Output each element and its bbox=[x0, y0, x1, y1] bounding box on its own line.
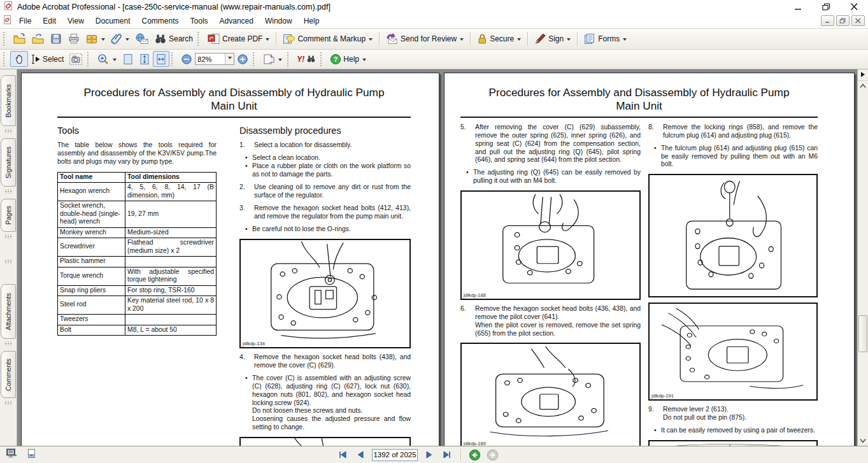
send-review-button[interactable]: Send for Review bbox=[383, 31, 467, 46]
toolbar-grip[interactable] bbox=[287, 52, 291, 66]
sidebar-tab-attachments[interactable]: Attachments bbox=[1, 284, 16, 339]
bullet-marker: • bbox=[654, 427, 661, 435]
actual-size-button[interactable] bbox=[120, 51, 136, 67]
magnifier-icon bbox=[97, 53, 110, 66]
secure-button[interactable]: Secure bbox=[474, 31, 524, 46]
zoom-level-dropdown[interactable] bbox=[225, 53, 234, 64]
scrollbar-track[interactable] bbox=[858, 91, 868, 436]
toolbar-grip[interactable] bbox=[253, 52, 257, 66]
document-area[interactable]: Procedures for Assembly and Disassembly … bbox=[17, 69, 857, 446]
pdf-page-left: Procedures for Assembly and Disassembly … bbox=[21, 73, 439, 446]
toolbar-grip[interactable] bbox=[3, 52, 7, 66]
pen-icon bbox=[534, 32, 546, 45]
reading-mode-icon[interactable] bbox=[6, 448, 17, 461]
tool-dimensions-cell: M8, L = about 50 bbox=[125, 325, 217, 336]
sidebar-tab-label: Bookmarks bbox=[4, 84, 12, 118]
previous-page-button[interactable] bbox=[354, 448, 367, 461]
bullet-marker: • bbox=[654, 145, 661, 169]
page-display-button[interactable] bbox=[260, 51, 285, 67]
restore-button[interactable] bbox=[821, 2, 831, 12]
table-row: Torque wrenchWith adjustable specified t… bbox=[58, 267, 217, 285]
forms-button[interactable]: Forms bbox=[581, 31, 630, 46]
previous-view-button[interactable] bbox=[468, 448, 481, 461]
menu-tools[interactable]: Tools bbox=[185, 15, 214, 27]
search-button[interactable]: Search bbox=[152, 31, 196, 46]
pdf-document-icon[interactable] bbox=[3, 15, 12, 27]
zoom-tool-button[interactable] bbox=[94, 51, 120, 67]
select-tool-button[interactable]: Select bbox=[28, 51, 66, 67]
scrollbar-thumb[interactable] bbox=[858, 315, 867, 352]
zoom-out-button[interactable] bbox=[178, 51, 195, 67]
sign-button[interactable]: Sign bbox=[531, 31, 574, 46]
dropdown-caret bbox=[113, 59, 117, 63]
tool-dimensions-cell: 19, 27 mm bbox=[125, 201, 217, 228]
toolbar-grip[interactable] bbox=[197, 32, 201, 46]
doc-close-button[interactable] bbox=[851, 15, 865, 26]
fit-page-button[interactable] bbox=[136, 51, 153, 67]
open-web-button[interactable] bbox=[29, 31, 47, 46]
zoom-level-input[interactable] bbox=[196, 55, 225, 63]
save-button[interactable] bbox=[47, 31, 65, 46]
attach-button[interactable] bbox=[108, 31, 132, 46]
next-view-button[interactable] bbox=[486, 448, 499, 461]
close-button[interactable] bbox=[849, 2, 859, 12]
print-button[interactable] bbox=[65, 31, 83, 46]
yahoo-search-button[interactable]: Y! bbox=[294, 51, 318, 67]
fit-width-button[interactable] bbox=[153, 51, 169, 67]
organizer-button[interactable] bbox=[83, 31, 108, 46]
figure-caption: jdlkdp-134 bbox=[243, 341, 265, 346]
dropdown-caret bbox=[101, 38, 105, 43]
table-row: Plastic hammer bbox=[58, 257, 217, 267]
sidebar-tab-comments[interactable]: Comments bbox=[1, 351, 16, 398]
menu-file[interactable]: File bbox=[13, 15, 37, 27]
zoom-in-button[interactable] bbox=[234, 51, 251, 67]
figure-illustration bbox=[650, 175, 816, 294]
tool-name-cell: Plastic hammer bbox=[58, 257, 125, 267]
next-page-button[interactable] bbox=[423, 448, 436, 461]
doc-minimize-button[interactable] bbox=[821, 15, 834, 26]
step-line: Remove the locking rings (858), and remo… bbox=[663, 124, 818, 140]
snapshot-tool-button[interactable] bbox=[66, 51, 85, 67]
menu-view[interactable]: View bbox=[62, 15, 90, 27]
hide-panel-button[interactable] bbox=[858, 69, 868, 81]
sidebar-tab-bookmarks[interactable]: Bookmarks bbox=[1, 75, 16, 126]
first-page-button[interactable] bbox=[336, 448, 349, 461]
menu-window[interactable]: Window bbox=[259, 15, 298, 27]
tool-dimensions-cell: Medium-sized bbox=[125, 227, 217, 238]
menu-edit[interactable]: Edit bbox=[37, 15, 62, 27]
bullet-text: Be careful not to lose the O-rings. bbox=[252, 225, 411, 234]
toolbar-grip[interactable] bbox=[87, 52, 91, 66]
page-view-icon[interactable] bbox=[27, 448, 36, 461]
scroll-up-button[interactable] bbox=[858, 81, 868, 91]
create-pdf-button[interactable]: Create PDF bbox=[204, 31, 273, 46]
tab-grip bbox=[4, 401, 12, 405]
toolbar-grip[interactable] bbox=[320, 52, 324, 66]
minimize-button[interactable] bbox=[793, 2, 803, 12]
help-button[interactable]: ?Help bbox=[327, 51, 369, 67]
tool-name-cell: Steel rod bbox=[58, 296, 125, 315]
toolbar-grip[interactable] bbox=[3, 32, 7, 46]
send-review-label: Send for Review bbox=[401, 34, 457, 43]
last-page-button[interactable] bbox=[441, 448, 453, 461]
toolbar-separator bbox=[379, 32, 380, 46]
email-button[interactable] bbox=[132, 31, 152, 46]
toolbar-separator bbox=[527, 32, 528, 46]
page-number-field[interactable] bbox=[372, 449, 418, 461]
title-bar: Adobe Acrobat Professional - [case-250c-… bbox=[0, 0, 868, 14]
hand-tool-button[interactable] bbox=[10, 51, 28, 67]
tools-intro: The table below shows the tools required… bbox=[57, 141, 217, 166]
scroll-down-button[interactable] bbox=[858, 436, 868, 446]
figure-frame: jdlkdp-191 bbox=[648, 303, 818, 401]
toolbar-grip[interactable] bbox=[171, 52, 175, 66]
comment-markup-button[interactable]: Comment & Markup bbox=[280, 31, 376, 46]
doc-restore-button[interactable] bbox=[836, 15, 850, 26]
menu-comments[interactable]: Comments bbox=[136, 15, 185, 27]
figure-frame: jdlkdp-188 bbox=[460, 190, 641, 300]
menu-advanced[interactable]: Advanced bbox=[214, 15, 259, 27]
sidebar-tab-pages[interactable]: Pages bbox=[1, 199, 16, 232]
sidebar-tab-signatures[interactable]: Signatures bbox=[1, 138, 16, 187]
menu-document[interactable]: Document bbox=[90, 15, 136, 27]
panel-grip[interactable] bbox=[4, 259, 12, 264]
open-button[interactable] bbox=[10, 31, 29, 46]
menu-help[interactable]: Help bbox=[298, 15, 325, 27]
